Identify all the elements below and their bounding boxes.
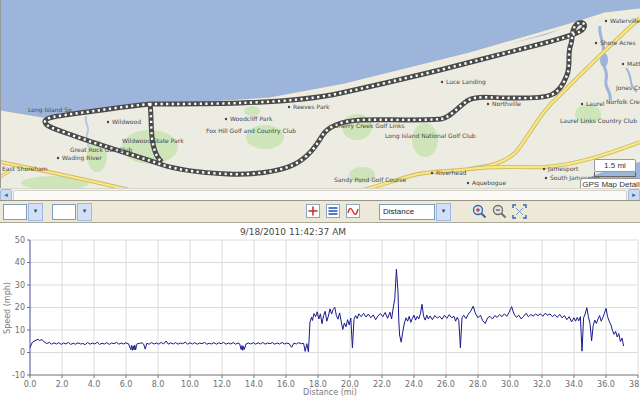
x-tick-label: 30.0 (501, 380, 519, 389)
x-tick-label: 34.0 (565, 380, 583, 389)
x-tick-label: 14.0 (245, 380, 263, 389)
x-tick-label: 2.0 (56, 380, 69, 389)
map-label: Fox Hill Golf and Country Club (206, 127, 296, 135)
secondary-color-swatch-field[interactable] (52, 204, 76, 220)
map-label: Aquebogue (472, 179, 506, 187)
zoom-controls (471, 203, 531, 220)
x-tick-label: 28.0 (469, 380, 487, 389)
map-label: Great Rock Golf Club (70, 146, 133, 153)
x-axis-mode-dropdown[interactable]: Distance ▾ (379, 203, 451, 221)
x-tick-label: 8.0 (152, 380, 165, 389)
speed-chart-panel[interactable]: 0.02.04.06.08.010.012.014.016.018.020.02… (0, 223, 640, 401)
secondary-color-dropdown[interactable]: ▾ (52, 203, 92, 221)
map-label: Woodcliff Park (230, 115, 273, 122)
map-scale-bar (594, 172, 636, 177)
map-label-dot (225, 118, 227, 120)
map-label-dot (57, 157, 59, 159)
grid-toggle-button[interactable] (325, 203, 342, 220)
x-tick-label: 22.0 (373, 380, 391, 389)
panel-left-border (0, 0, 1, 188)
map-scale-label: 1.5 mi (594, 159, 636, 172)
map-label: Wildwood State Park (122, 137, 184, 144)
map-label: Long Island So (28, 106, 72, 114)
map-horizontal-scrollbar[interactable]: ◄ ► (0, 188, 640, 200)
x-axis-mode-value[interactable]: Distance (379, 204, 435, 220)
x-tick-label: 36.0 (597, 380, 615, 389)
x-tick-label: 24.0 (405, 380, 423, 389)
wave-curve-icon (345, 203, 362, 220)
map-label-dot (441, 81, 443, 83)
map-label-dot (605, 20, 607, 22)
x-tick-label: 32.0 (533, 380, 551, 389)
x-axis-dropdown-arrow-icon[interactable]: ▾ (436, 203, 451, 221)
map-label: Riverhead (436, 169, 467, 176)
y-tick-label: -10 (12, 371, 25, 380)
track-color-dropdown-arrow-icon[interactable]: ▾ (28, 203, 43, 221)
map-label: Jamesport (547, 165, 579, 173)
zoom-out-icon (491, 203, 508, 220)
map-label: East Shoreham (2, 165, 48, 172)
speed-series-line (30, 269, 624, 352)
x-tick-label: 6.0 (120, 380, 133, 389)
y-tick-label: 40 (15, 258, 25, 267)
map-label: Waterville (610, 17, 640, 24)
map-label: Wading River (62, 154, 102, 162)
zoom-in-button[interactable] (471, 203, 488, 220)
gps-training-center-window: Long Island SoWildwoodWildwood State Par… (0, 0, 640, 401)
chart-title: 9/18/2010 11:42:37 AM (240, 227, 346, 237)
map-label-dot (487, 103, 489, 105)
map-label-dot (545, 177, 547, 179)
map-panel[interactable]: Long Island SoWildwoodWildwood State Par… (0, 0, 640, 200)
x-tick-label: 12.0 (213, 380, 231, 389)
x-axis-title: Distance (mi) (303, 388, 357, 397)
map-label-dot (543, 168, 545, 170)
y-axis-title: Speed (mph) (3, 282, 12, 334)
x-tick-label: 26.0 (437, 380, 455, 389)
map-label: Jones Creek (615, 84, 640, 92)
secondary-color-dropdown-arrow-icon[interactable]: ▾ (77, 203, 92, 221)
map-canvas[interactable]: Long Island SoWildwoodWildwood State Par… (0, 0, 640, 188)
x-tick-label: 10.0 (181, 380, 199, 389)
map-label: Laurel Links Country Club (560, 117, 637, 125)
y-tick-label: 30 (15, 281, 25, 290)
track-color-swatch-field[interactable] (3, 204, 27, 220)
map-label-dot (595, 42, 597, 44)
map-label-dot (107, 121, 109, 123)
markers-toggle-button[interactable] (305, 203, 322, 220)
y-tick-label: 0 (20, 348, 25, 357)
x-tick-label: 38.0 (629, 380, 640, 389)
map-label: Mattituck (627, 60, 640, 67)
x-tick-label: 0.0 (24, 380, 37, 389)
y-tick-label: 20 (15, 303, 25, 312)
speed-vs-distance-chart[interactable]: 0.02.04.06.08.010.012.014.016.018.020.02… (0, 223, 640, 401)
zoom-in-icon (471, 203, 488, 220)
y-tick-label: 10 (15, 326, 25, 335)
curve-toggle-button[interactable] (345, 203, 362, 220)
horizontal-lines-icon (325, 203, 342, 220)
track-color-dropdown[interactable]: ▾ (3, 203, 43, 221)
map-label: Laurel (586, 100, 605, 107)
map-label: Wildwood (112, 118, 141, 125)
map-label: Luce Landing (446, 78, 486, 86)
crosshair-marker-icon (305, 203, 322, 220)
x-tick-label: 16.0 (277, 380, 295, 389)
y-tick-label: 50 (15, 236, 25, 245)
map-label: Long Island National Golf Club (385, 132, 476, 140)
chart-toolbar: ▾ ▾ (0, 200, 640, 223)
x-tick-label: 4.0 (88, 380, 101, 389)
map-label: Cherry Creek Golf Links (334, 122, 405, 130)
map-label: Northville (492, 100, 521, 107)
zoom-out-button[interactable] (491, 203, 508, 220)
map-label-dot (467, 182, 469, 184)
fit-to-window-icon (511, 203, 528, 220)
graph-display-toggles (305, 203, 365, 220)
map-label: Shore Acres (600, 39, 636, 46)
map-label-dot (431, 172, 433, 174)
map-label: Sandy Pond Golf Course (334, 176, 406, 184)
zoom-fit-button[interactable] (511, 203, 528, 220)
map-label-dot (288, 106, 290, 108)
map-label: Reeves Park (293, 103, 330, 110)
map-label: Norfolk Creek (606, 98, 640, 105)
map-label-dot (622, 63, 624, 65)
map-label-dot (581, 103, 583, 105)
